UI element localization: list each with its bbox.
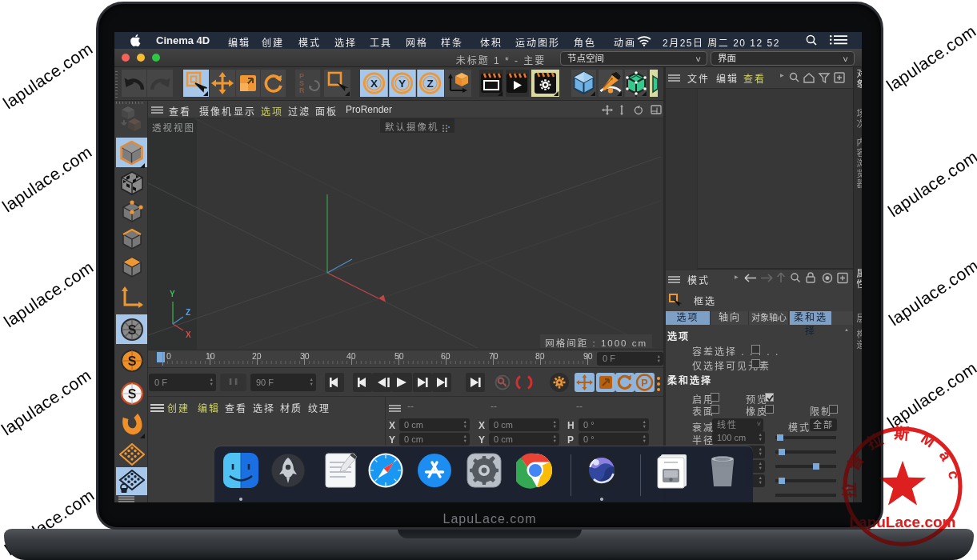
svg-text:Z: Z (426, 78, 433, 90)
svg-text:40: 40 (346, 351, 356, 361)
svg-text:Y: Y (398, 78, 406, 90)
svg-text:X: X (186, 330, 191, 339)
svg-text:S: S (128, 387, 137, 401)
svg-text:S: S (128, 354, 137, 368)
svg-text:20: 20 (252, 351, 262, 361)
svg-text:80: 80 (535, 351, 545, 361)
svg-text:0: 0 (166, 351, 171, 361)
svg-text:R: R (299, 86, 305, 94)
svg-text:P: P (641, 378, 647, 389)
svg-text:Y: Y (170, 290, 175, 298)
svg-text:60: 60 (441, 351, 450, 361)
svg-text:X: X (370, 78, 378, 90)
svg-text:LapuLace.com: LapuLace.com (849, 514, 955, 530)
svg-text:Z: Z (186, 308, 190, 317)
svg-text:S: S (128, 323, 137, 337)
